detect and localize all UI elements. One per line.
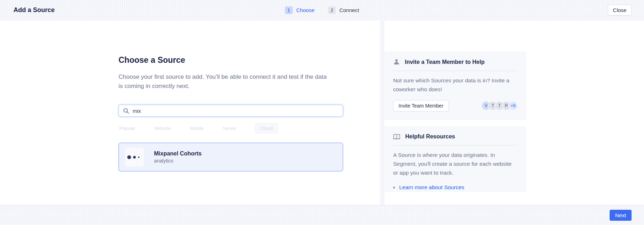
step-connect[interactable]: 2 Connect [328,6,359,14]
search-input[interactable] [133,108,338,114]
step-number-badge: 1 [285,6,293,14]
result-text: Mixpanel Cohorts analytics [154,150,202,164]
next-button[interactable]: Next [610,210,632,221]
tab-server[interactable]: Server [222,123,237,134]
search-icon [123,108,129,114]
resources-card-title: Helpful Resources [405,133,455,140]
header-bar: Add a Source 1 Choose 2 Connect Close [0,0,644,20]
content-sidebar-divider [380,21,385,205]
tab-website[interactable]: Website [154,123,172,134]
result-title: Mixpanel Cohorts [154,150,202,157]
invite-team-member-button[interactable]: Invite Team Member [393,100,449,111]
open-book-icon [393,134,400,140]
footer-bar: Next [0,205,644,225]
resources-link-item: Learn more about Sources [393,184,518,191]
divider [393,71,518,71]
mixpanel-logo-icon [125,148,144,167]
team-avatar-stack: V T T R +6 [481,101,518,110]
invite-card-header: Invite a Team Member to Help [393,59,518,65]
step-number-badge: 2 [328,6,336,14]
tab-mobile[interactable]: Mobile [189,123,204,134]
section-description: Choose your first source to add. You’ll … [119,72,331,91]
invite-team-card: Invite a Team Member to Help Not sure wh… [385,51,526,120]
learn-more-sources-link[interactable]: Learn more about Sources [399,184,464,191]
source-result-mixpanel-cohorts[interactable]: Mixpanel Cohorts analytics [119,143,343,171]
avatar-overflow-badge: +6 [508,101,518,110]
close-button[interactable]: Close [608,5,632,16]
helpful-resources-card: Helpful Resources A Source is where your… [385,126,526,192]
invite-actions-row: Invite Team Member V T T R +6 [393,100,518,111]
step-label: Connect [339,7,359,13]
invite-card-title: Invite a Team Member to Help [405,59,485,65]
person-icon [393,59,400,65]
tab-cloud[interactable]: Cloud [255,123,278,134]
resources-card-body: A Source is where your data originates. … [393,151,514,177]
step-choose[interactable]: 1 Choose [285,6,315,14]
category-tabs: Popular Website Mobile Server Cloud [119,123,278,134]
step-label: Choose [296,7,315,13]
tab-popular[interactable]: Popular [119,123,136,134]
source-search[interactable] [119,105,343,117]
result-subtitle: analytics [154,158,202,164]
divider [393,145,518,146]
resources-card-header: Helpful Resources [393,133,518,140]
wizard-stepper: 1 Choose 2 Connect [285,0,359,20]
main-content: Choose a Source Choose your first source… [0,21,644,205]
page-title: Add a Source [13,0,55,20]
bullet-point [393,187,395,188]
section-heading: Choose a Source [119,55,185,65]
invite-card-body: Not sure which Sources your data is in? … [393,76,514,94]
